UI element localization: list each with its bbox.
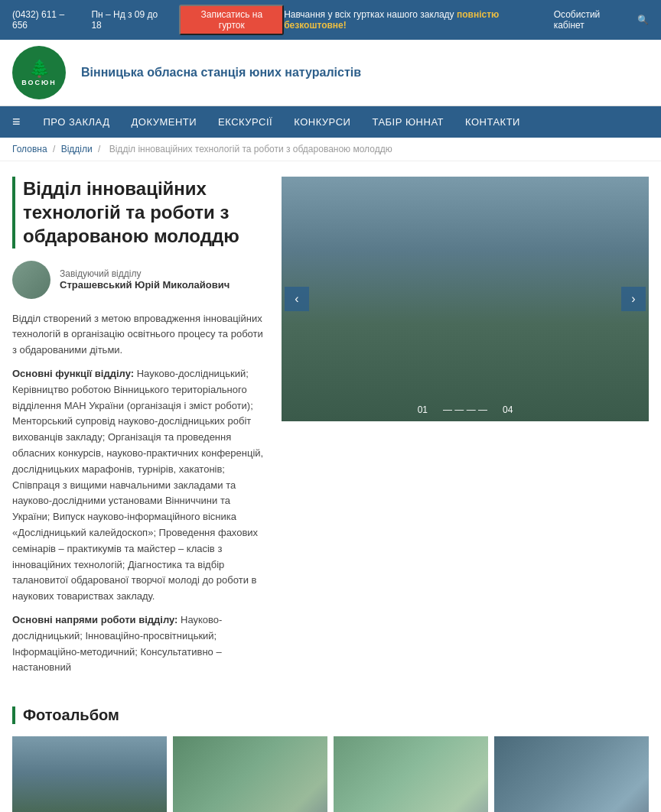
photo-album-section: Фотоальбом 10 10 10 10 (0, 699, 661, 812)
nav-item-pro-zaklad[interactable]: ПРО ЗАКЛАД (33, 107, 121, 137)
search-icon[interactable]: 🔍 (637, 15, 649, 25)
logo-circle: 🌲 ВОСЮН (12, 46, 66, 99)
author-role: Завідуючий відділу (60, 268, 230, 279)
nav-items: ПРО ЗАКЛАД ДОКУМЕНТИ ЕКСКУРСІЇ КОНКУРСИ … (33, 107, 531, 137)
photo-image (494, 736, 649, 812)
nav-item-dokumenty[interactable]: ДОКУМЕНТИ (121, 107, 208, 137)
photo-item[interactable]: 10 (334, 736, 488, 812)
work-hours: Пн – Нд з 09 до 18 (91, 9, 167, 31)
content-right: ‹ › 01 — — — — 04 (282, 177, 649, 684)
photo-item[interactable]: 10 (494, 736, 649, 812)
slide-prev-button[interactable]: ‹ (285, 287, 309, 311)
body-intro: Відділ створений з метою впровадження ін… (12, 311, 266, 359)
photo-grid: 10 10 10 10 (12, 736, 649, 812)
photo-image (334, 736, 488, 812)
photo-image (173, 736, 327, 812)
breadcrumb-sep1: / (53, 144, 55, 154)
photo-item[interactable]: 10 (173, 736, 327, 812)
slideshow: ‹ › 01 — — — — 04 (282, 177, 649, 421)
logo-abbr: ВОСЮН (21, 79, 57, 86)
announcement-text: Навчання у всіх гуртках нашого закладу (284, 9, 457, 20)
org-name-header: Вінницька обласна станція юних натураліс… (81, 66, 361, 80)
page-title: Відділ інноваційних технологій та роботи… (12, 177, 266, 248)
nav-item-konkursy[interactable]: КОНКУРСИ (283, 107, 361, 137)
nav-item-tabir[interactable]: ТАБІР ЮННАТ (361, 107, 454, 137)
body-functions-label: Основні функції відділу: (12, 368, 134, 379)
body-directions-label: Основні напрями роботи відділу: (12, 614, 177, 625)
slide-indicator: 01 — — — — 04 (418, 404, 513, 415)
photo-item[interactable]: 10 (12, 736, 167, 812)
breadcrumb-sep2: / (98, 144, 100, 154)
logo-area: 🌲 ВОСЮН Вінницька обласна станція юних н… (12, 46, 361, 99)
breadcrumb-current: Відділ інноваційних технологій та роботи… (109, 144, 392, 154)
nav-item-ekskursii[interactable]: ЕКСКУРСІЇ (207, 107, 283, 137)
slide-image (282, 177, 649, 421)
body-functions: Основні функції відділу: Науково-дослідн… (12, 366, 266, 605)
top-bar-left: (0432) 611 – 656 Пн – Нд з 09 до 18 Запи… (12, 5, 284, 35)
breadcrumb-section[interactable]: Відділи (61, 144, 93, 154)
top-bar: (0432) 611 – 656 Пн – Нд з 09 до 18 Запи… (0, 0, 661, 40)
avatar (12, 261, 50, 299)
phone-number: (0432) 611 – 656 (12, 9, 79, 31)
breadcrumb-home[interactable]: Головна (12, 144, 47, 154)
main-content: Відділ інноваційних технологій та роботи… (0, 161, 661, 699)
register-button[interactable]: Записатись на гурток (179, 5, 284, 35)
cabinet-link[interactable]: Особистий кабінет (554, 9, 630, 31)
group-photo (282, 177, 649, 421)
announcement: Навчання у всіх гуртках нашого закладу п… (284, 9, 553, 31)
slide-total: 04 (503, 404, 513, 415)
logo-tree-icon: 🌲 (21, 59, 57, 79)
avatar-image (12, 261, 50, 299)
content-left: Відділ інноваційних технологій та роботи… (12, 177, 266, 684)
top-bar-right: Особистий кабінет 🔍 (554, 9, 649, 31)
author-section: Завідуючий відділу Страшевський Юрій Мик… (12, 261, 266, 299)
breadcrumb: Головна / Відділи / Відділ інноваційних … (0, 138, 661, 161)
photo-image (12, 736, 167, 812)
body-functions-text: Науково-дослідницький; Керівництво робот… (12, 368, 263, 602)
body-directions: Основні напрями роботи відділу: Науково-… (12, 612, 266, 676)
slide-current: 01 (418, 404, 428, 415)
nav-item-kontakty[interactable]: КОНТАКТИ (454, 107, 531, 137)
slide-next-button[interactable]: › (621, 287, 646, 311)
site-header: 🌲 ВОСЮН Вінницька обласна станція юних н… (0, 40, 661, 106)
author-name: Страшевський Юрій Миколайович (60, 279, 230, 291)
slide-dots-visual: — — — — (443, 404, 487, 415)
hamburger-menu[interactable]: ≡ (12, 106, 21, 138)
photo-album-title: Фотоальбом (12, 706, 649, 724)
author-info: Завідуючий відділу Страшевський Юрій Мик… (60, 268, 230, 291)
navigation: ≡ ПРО ЗАКЛАД ДОКУМЕНТИ ЕКСКУРСІЇ КОНКУРС… (0, 106, 661, 138)
